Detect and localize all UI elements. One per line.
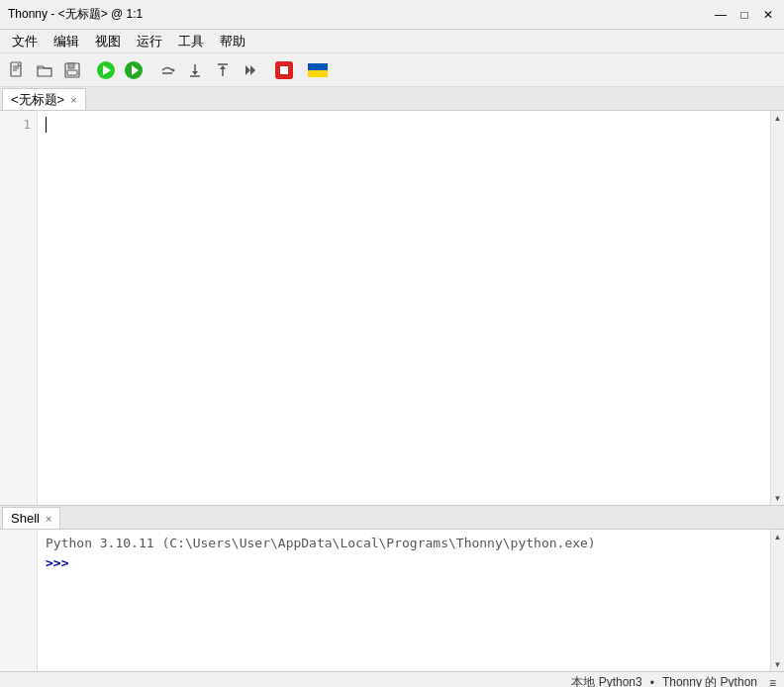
toolbar	[0, 53, 784, 87]
editor-content[interactable]	[38, 111, 770, 505]
scroll-track[interactable]	[771, 125, 784, 491]
svg-marker-11	[192, 71, 198, 75]
svg-marker-14	[220, 65, 226, 69]
step-into-icon	[186, 61, 204, 79]
status-thonny: Thonny 的 Python	[662, 674, 757, 687]
title-text: Thonny - <无标题> @ 1:1	[8, 6, 143, 23]
shell-prompt: >>>	[46, 553, 762, 573]
status-python: 本地 Python3	[571, 674, 641, 687]
status-menu[interactable]: ≡	[769, 676, 776, 688]
shell-tab-bar: Shell ×	[0, 506, 784, 530]
editor-area: 1 ▲ ▼	[0, 111, 784, 505]
flag-blue	[308, 63, 328, 70]
shell-tab-label: Shell	[11, 511, 40, 526]
stop-icon	[275, 61, 293, 79]
shell-scroll-track[interactable]	[771, 543, 784, 657]
play-icon	[97, 61, 115, 79]
shell-tab-close[interactable]: ×	[46, 513, 51, 525]
line-number-1: 1	[0, 115, 37, 135]
cursor-line	[46, 115, 762, 135]
step-over-button[interactable]	[154, 57, 180, 83]
flag-yellow	[308, 70, 328, 77]
stop-square	[280, 66, 288, 74]
shell-python-info: Python 3.10.11 (C:\Users\User\AppData\Lo…	[46, 534, 762, 553]
svg-rect-7	[67, 70, 77, 75]
svg-marker-17	[250, 65, 255, 75]
resume-icon	[242, 61, 259, 79]
debug-icon	[125, 61, 143, 79]
open-button[interactable]	[32, 57, 57, 83]
menu-item-编辑[interactable]: 编辑	[46, 31, 87, 52]
editor-tab-close[interactable]: ×	[70, 94, 76, 106]
title-bar: Thonny - <无标题> @ 1:1 — □ ✕	[0, 0, 784, 30]
new-button[interactable]	[4, 57, 30, 83]
shell-panel: Shell × Python 3.10.11 (C:\Users\User\Ap…	[0, 505, 784, 671]
line-numbers: 1	[0, 111, 38, 505]
debug-button[interactable]	[121, 57, 147, 83]
menu-item-运行[interactable]: 运行	[129, 31, 170, 52]
maximize-button[interactable]: □	[736, 7, 752, 23]
editor-tab-bar: <无标题> ×	[0, 87, 784, 111]
title-controls: — □ ✕	[713, 7, 776, 23]
svg-marker-8	[172, 68, 175, 72]
debug-play-triangle	[132, 65, 139, 75]
step-into-button[interactable]	[182, 57, 208, 83]
editor-tab[interactable]: <无标题> ×	[2, 88, 86, 110]
text-cursor	[46, 117, 47, 133]
shell-scroll-up[interactable]: ▲	[771, 530, 785, 543]
shell-line-numbers	[0, 530, 38, 671]
shell-scrollbar[interactable]: ▲ ▼	[770, 530, 784, 671]
status-separator: •	[650, 676, 654, 688]
save-button[interactable]	[59, 57, 85, 83]
minimize-button[interactable]: —	[713, 7, 729, 23]
menu-item-文件[interactable]: 文件	[4, 31, 46, 52]
step-out-button[interactable]	[210, 57, 236, 83]
save-icon	[63, 61, 81, 79]
resume-button[interactable]	[238, 57, 263, 83]
menu-item-视图[interactable]: 视图	[87, 31, 129, 52]
svg-rect-6	[68, 63, 74, 68]
shell-text-area[interactable]: Python 3.10.11 (C:\Users\User\AppData\Lo…	[38, 530, 770, 671]
svg-marker-16	[245, 65, 250, 75]
editor-tab-label: <无标题>	[11, 91, 64, 109]
step-over-icon	[158, 61, 176, 79]
svg-rect-0	[11, 62, 21, 76]
shell-tab[interactable]: Shell ×	[2, 507, 60, 529]
ukraine-flag-icon	[308, 63, 328, 77]
scroll-down-arrow[interactable]: ▼	[771, 491, 785, 505]
shell-content: Python 3.10.11 (C:\Users\User\AppData\Lo…	[0, 530, 784, 671]
stop-button[interactable]	[271, 57, 297, 83]
new-icon	[8, 61, 26, 79]
open-icon	[36, 61, 53, 79]
menu-item-工具[interactable]: 工具	[170, 31, 212, 52]
scroll-up-arrow[interactable]: ▲	[771, 111, 785, 125]
step-out-icon	[214, 61, 232, 79]
play-triangle	[103, 65, 111, 75]
status-bar: 本地 Python3 • Thonny 的 Python ≡	[0, 671, 784, 687]
editor-scrollbar[interactable]: ▲ ▼	[770, 111, 784, 505]
menu-bar: 文件编辑视图运行工具帮助	[0, 30, 784, 53]
close-button[interactable]: ✕	[760, 7, 776, 23]
run-button[interactable]	[93, 57, 119, 83]
flag-button[interactable]	[305, 57, 331, 83]
menu-item-帮助[interactable]: 帮助	[212, 31, 253, 52]
shell-scroll-down[interactable]: ▼	[771, 657, 785, 671]
